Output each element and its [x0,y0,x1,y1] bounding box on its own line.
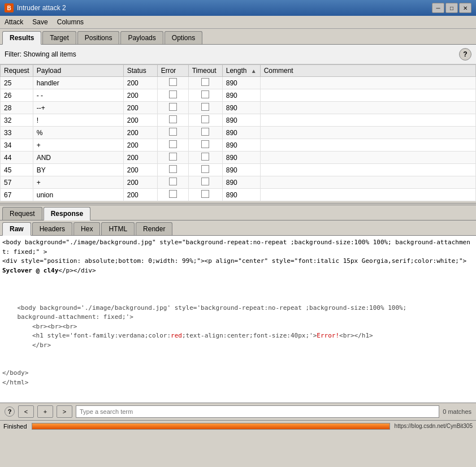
table-header-row: Request Payload Status Error Timeout Len… [1,65,476,77]
search-input[interactable] [76,405,439,418]
cell-comment [260,164,475,176]
status-url: https://blog.csdn.net/CynBit305 [395,423,473,429]
progress-bar [32,423,390,429]
code-line: <body background="./image/background.jpg… [2,238,474,257]
table-row[interactable]: 57 + 200 890 [1,176,476,189]
table-row[interactable]: 34 + 200 890 [1,139,476,152]
cell-status: 200 [123,127,157,139]
tab-raw[interactable]: Raw [2,222,31,236]
error-checkbox[interactable] [169,128,177,136]
table-row[interactable]: 28 --+ 200 890 [1,102,476,114]
timeout-checkbox[interactable] [201,178,209,185]
cell-error [157,139,188,152]
col-header-payload[interactable]: Payload [33,65,123,77]
error-checkbox[interactable] [169,140,177,148]
cell-timeout [188,189,222,201]
error-checkbox[interactable] [169,190,177,198]
cell-payload: --+ [33,102,123,114]
table-row[interactable]: 32 ! 200 890 [1,114,476,127]
cell-timeout [188,114,222,127]
error-checkbox[interactable] [169,78,177,86]
menu-attack[interactable]: Attack [2,17,25,27]
table-row[interactable]: 25 handler 200 890 [1,77,476,89]
error-checkbox[interactable] [169,165,177,173]
plus-button[interactable]: + [37,405,53,418]
cell-error [157,152,188,164]
col-header-comment[interactable]: Comment [260,65,475,77]
filter-bar: Filter: Showing all items ? [0,45,476,64]
bottom-help-button[interactable]: ? [5,407,15,417]
timeout-checkbox[interactable] [201,165,209,173]
timeout-checkbox[interactable] [201,115,209,123]
cell-length: 890 [222,139,260,152]
tab-hex[interactable]: Hex [73,222,100,235]
cell-timeout [188,152,222,164]
error-checkbox[interactable] [169,90,177,98]
prev-button[interactable]: < [18,405,34,418]
help-button[interactable]: ? [459,48,471,60]
cell-request: 57 [1,176,33,189]
minimize-button[interactable]: ─ [432,3,444,13]
cell-comment [260,139,475,152]
tab-payloads[interactable]: Payloads [120,31,163,44]
timeout-checkbox[interactable] [201,90,209,98]
tab-options[interactable]: Options [165,31,202,44]
table-row[interactable]: 44 AND 200 890 [1,152,476,164]
timeout-checkbox[interactable] [201,128,209,136]
tab-html[interactable]: HTML [101,222,135,235]
cell-comment [260,114,475,127]
filter-text: Filter: Showing all items [5,50,76,58]
cell-length: 890 [222,89,260,102]
cell-comment [260,89,475,102]
tab-request[interactable]: Request [2,207,42,220]
table-row[interactable]: 67 union 200 890 [1,189,476,201]
error-checkbox[interactable] [169,153,177,161]
col-header-error[interactable]: Error [157,65,188,77]
col-header-status[interactable]: Status [123,65,157,77]
error-checkbox[interactable] [169,115,177,123]
bottom-bar: ? < + > 0 matches [0,403,476,420]
cell-request: 26 [1,89,33,102]
col-header-timeout[interactable]: Timeout [188,65,222,77]
tab-headers[interactable]: Headers [32,222,72,235]
tab-positions[interactable]: Positions [77,31,120,44]
close-button[interactable]: ✕ [459,3,471,13]
timeout-checkbox[interactable] [201,140,209,148]
error-checkbox[interactable] [169,178,177,185]
tab-response[interactable]: Response [44,207,90,220]
cell-request: 25 [1,77,33,89]
cell-request: 67 [1,189,33,201]
code-line [2,350,474,360]
col-header-length[interactable]: Length ▲ [222,65,260,77]
cell-comment [260,176,475,189]
content-area: <body background="./image/background.jpg… [0,236,476,403]
code-line [2,294,474,304]
timeout-checkbox[interactable] [201,103,209,111]
cell-timeout [188,176,222,189]
code-line: <br><br><br> [2,322,474,332]
sub-tabs: Request Response [0,205,476,220]
timeout-checkbox[interactable] [201,78,209,86]
tab-target[interactable]: Target [42,31,76,44]
table-row[interactable]: 45 BY 200 890 [1,164,476,176]
menu-save[interactable]: Save [30,17,50,27]
cell-comment [260,152,475,164]
main-tabs: Results Target Positions Payloads Option… [0,29,476,45]
cell-timeout [188,127,222,139]
timeout-checkbox[interactable] [201,153,209,161]
cell-timeout [188,77,222,89]
cell-error [157,189,188,201]
tab-render[interactable]: Render [136,222,172,235]
table-row[interactable]: 33 % 200 890 [1,127,476,139]
table-row[interactable]: 26 - - 200 890 [1,89,476,102]
menu-columns[interactable]: Columns [55,17,86,27]
table-body: 25 handler 200 890 26 - - 200 890 28 --+… [1,77,476,201]
next-button[interactable]: > [57,405,72,418]
error-checkbox[interactable] [169,103,177,111]
code-line [2,360,474,369]
col-header-request[interactable]: Request [1,65,33,77]
cell-status: 200 [123,176,157,189]
maximize-button[interactable]: □ [445,3,458,13]
timeout-checkbox[interactable] [201,190,209,198]
tab-results[interactable]: Results [2,31,41,45]
